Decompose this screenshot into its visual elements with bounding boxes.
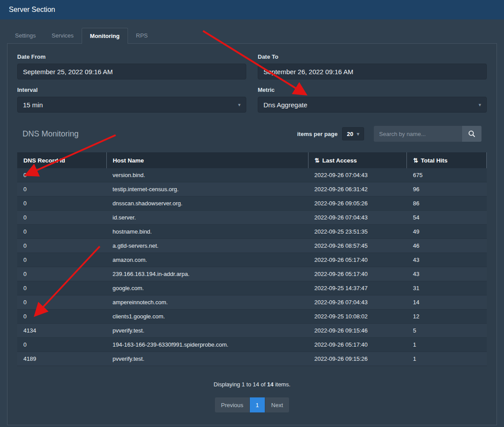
cell-total-hits: 43	[407, 253, 487, 267]
metric-select[interactable]: Dns Aggregate ▾	[258, 97, 487, 113]
page-1-button[interactable]: 1	[250, 397, 265, 412]
table-row: 0 194-163-166-239-6330f991.spiderprobe.c…	[17, 338, 487, 352]
cell-last-access: 2022-09-26 07:04:43	[308, 168, 406, 182]
date-from-input[interactable]	[17, 64, 246, 79]
cell-dns-record-id: 0	[17, 281, 106, 295]
cell-last-access: 2022-09-26 05:17:40	[308, 253, 406, 267]
chevron-down-icon: ▾	[357, 131, 359, 137]
cell-last-access: 2022-09-26 07:04:43	[308, 211, 406, 225]
table-header-row: DNS Record Id Host Name ⇅Last Access ⇅To…	[17, 152, 487, 168]
interval-label: Interval	[17, 87, 246, 93]
cell-total-hits: 12	[407, 310, 487, 324]
items-per-page-select[interactable]: 20 ▾	[342, 127, 364, 140]
tab-rps[interactable]: RPS	[128, 28, 156, 43]
search-icon	[468, 130, 476, 138]
cell-dns-record-id: 0	[17, 338, 106, 352]
table-row: 0 239.166.163.194.in-addr.arpa. 2022-09-…	[17, 267, 487, 281]
table-row: 0 version.bind. 2022-09-26 07:04:43 675	[17, 168, 487, 182]
cell-total-hits: 86	[407, 196, 487, 211]
cell-host-name: clients1.google.com.	[106, 310, 308, 324]
section-title: DNS Monitoring	[23, 129, 79, 139]
cell-host-name: id.server.	[106, 211, 308, 225]
dns-monitoring-table: DNS Record Id Host Name ⇅Last Access ⇅To…	[17, 152, 487, 366]
cell-dns-record-id: 0	[17, 253, 106, 267]
table-toolbar: DNS Monitoring items per page 20 ▾	[17, 126, 487, 142]
cell-host-name: 194-163-166-239-6330f991.spiderprobe.com…	[106, 338, 308, 352]
cell-host-name: amazon.com.	[106, 253, 308, 267]
column-header-last-access[interactable]: ⇅Last Access	[308, 152, 406, 168]
monitoring-panel: Date From Date To Interval 15 min ▾ Metr…	[7, 43, 497, 425]
cell-total-hits: 5	[407, 324, 487, 338]
table-body: 0 version.bind. 2022-09-26 07:04:43 675 …	[17, 168, 487, 366]
cell-dns-record-id: 4134	[17, 324, 106, 338]
date-from-label: Date From	[17, 53, 246, 60]
metric-label: Metric	[258, 87, 487, 93]
tab-monitoring[interactable]: Monitoring	[82, 28, 128, 44]
cell-host-name: testip.internet-census.org.	[106, 182, 308, 196]
items-per-page-value: 20	[347, 131, 353, 137]
cell-total-hits: 43	[407, 267, 487, 281]
search-group	[374, 126, 481, 142]
column-header-dns-record-id: DNS Record Id	[17, 152, 106, 168]
metric-value: Dns Aggregate	[263, 101, 307, 109]
cell-host-name: version.bind.	[106, 168, 308, 182]
cell-host-name: hostname.bind.	[106, 225, 308, 239]
cell-last-access: 2022-09-26 08:57:45	[308, 239, 406, 253]
cell-last-access: 2022-09-26 05:17:40	[308, 338, 406, 352]
table-row: 0 id.server. 2022-09-26 07:04:43 54	[17, 211, 487, 225]
cell-dns-record-id: 0	[17, 295, 106, 310]
items-per-page-label: items per page	[297, 131, 338, 137]
cell-total-hits: 1	[407, 338, 487, 352]
cell-host-name: google.com.	[106, 281, 308, 295]
cell-last-access: 2022-09-26 05:17:40	[308, 267, 406, 281]
cell-total-hits: 46	[407, 239, 487, 253]
page-title: Server Section	[9, 6, 55, 14]
cell-dns-record-id: 0	[17, 168, 106, 182]
cell-last-access: 2022-09-26 09:15:26	[308, 352, 406, 366]
table-row: 0 a.gtld-servers.net. 2022-09-26 08:57:4…	[17, 239, 487, 253]
column-header-total-hits[interactable]: ⇅Total Hits	[407, 152, 487, 168]
cell-dns-record-id: 0	[17, 239, 106, 253]
cell-last-access: 2022-09-25 14:37:47	[308, 281, 406, 295]
cell-dns-record-id: 0	[17, 182, 106, 196]
date-to-field: Date To	[258, 53, 487, 79]
cell-total-hits: 31	[407, 281, 487, 295]
cell-last-access: 2022-09-26 07:04:43	[308, 295, 406, 310]
date-to-input[interactable]	[258, 64, 487, 79]
next-page-button[interactable]: Next	[265, 397, 290, 412]
cell-total-hits: 54	[407, 211, 487, 225]
table-row: 0 google.com. 2022-09-25 14:37:47 31	[17, 281, 487, 295]
date-from-field: Date From	[17, 53, 246, 79]
previous-page-button[interactable]: Previous	[215, 397, 250, 412]
table-row: 0 hostname.bind. 2022-09-25 23:51:35 49	[17, 225, 487, 239]
cell-host-name: ampereinnotech.com.	[106, 295, 308, 310]
cell-last-access: 2022-09-26 09:15:46	[308, 324, 406, 338]
cell-host-name: a.gtld-servers.net.	[106, 239, 308, 253]
cell-total-hits: 49	[407, 225, 487, 239]
table-row: 0 testip.internet-census.org. 2022-09-26…	[17, 182, 487, 196]
date-to-label: Date To	[258, 53, 487, 60]
tab-settings[interactable]: Settings	[7, 28, 44, 43]
search-button[interactable]	[462, 126, 481, 142]
search-input[interactable]	[374, 126, 462, 142]
cell-total-hits: 14	[407, 295, 487, 310]
cell-dns-record-id: 0	[17, 211, 106, 225]
cell-total-hits: 96	[407, 182, 487, 196]
column-header-host-name: Host Name	[106, 152, 308, 168]
tab-services[interactable]: Services	[44, 28, 82, 43]
cell-host-name: pvverify.test.	[106, 352, 308, 366]
pagination: Previous 1 Next	[17, 397, 487, 412]
display-summary: Displaying 1 to 14 of 14 items.	[17, 381, 487, 388]
filters: Date From Date To Interval 15 min ▾ Metr…	[17, 53, 487, 113]
interval-select[interactable]: 15 min ▾	[17, 97, 246, 113]
sort-icon: ⇅	[315, 157, 320, 164]
cell-dns-record-id: 0	[17, 225, 106, 239]
interval-field: Interval 15 min ▾	[17, 87, 246, 113]
table-controls: items per page 20 ▾	[297, 126, 481, 142]
cell-last-access: 2022-09-26 09:05:26	[308, 196, 406, 211]
cell-dns-record-id: 4189	[17, 352, 106, 366]
cell-dns-record-id: 0	[17, 310, 106, 324]
chevron-down-icon: ▾	[238, 102, 241, 108]
cell-total-hits: 1	[407, 352, 487, 366]
table-row: 4189 pvverify.test. 2022-09-26 09:15:26 …	[17, 352, 487, 366]
